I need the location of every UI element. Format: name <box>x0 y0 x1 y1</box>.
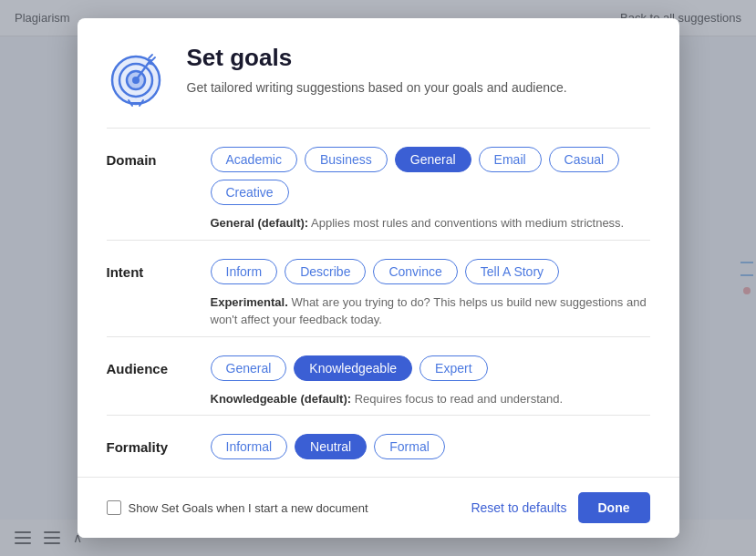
formality-content: Informal Neutral Formal <box>211 434 650 468</box>
set-goals-modal: Set goals Get tailored writing suggestio… <box>78 18 679 538</box>
pill-email[interactable]: Email <box>479 147 542 172</box>
audience-note: Knowledgeable (default): Requires focus … <box>211 390 650 408</box>
formality-pill-group: Informal Neutral Formal <box>211 434 650 459</box>
modal-overlay: Set goals Get tailored writing suggestio… <box>0 0 756 556</box>
pill-describe[interactable]: Describe <box>285 259 366 284</box>
formality-section: Formality Informal Neutral Formal <box>107 415 650 476</box>
modal-title: Set goals <box>187 44 650 72</box>
pill-creative[interactable]: Creative <box>211 180 289 205</box>
domain-content: Academic Business General Email Casual C… <box>211 147 650 232</box>
modal-title-area: Set goals Get tailored writing suggestio… <box>187 44 650 98</box>
pill-convince[interactable]: Convince <box>373 259 457 284</box>
pill-expert[interactable]: Expert <box>419 355 487 381</box>
audience-note-text: Requires focus to read and understand. <box>351 392 563 406</box>
checkbox-row: Show Set Goals when I start a new docume… <box>107 500 471 515</box>
done-button[interactable]: Done <box>578 492 650 523</box>
pill-audience-general[interactable]: General <box>211 355 287 381</box>
domain-note-text: Applies most rules and conventions with … <box>308 216 624 230</box>
domain-note-bold: General (default): <box>211 216 309 230</box>
pill-tell-a-story[interactable]: Tell A Story <box>465 259 559 284</box>
formality-label: Formality <box>107 434 189 455</box>
intent-note: Experimental. What are you trying to do?… <box>211 293 650 329</box>
target-icon <box>103 44 169 109</box>
pill-general[interactable]: General <box>395 147 471 172</box>
pill-inform[interactable]: Inform <box>211 259 278 284</box>
modal-footer: Show Set Goals when I start a new docume… <box>78 477 679 538</box>
show-goals-checkbox[interactable] <box>107 500 121 515</box>
intent-note-bold: Experimental. <box>211 295 288 309</box>
domain-pill-group: Academic Business General Email Casual C… <box>211 147 650 205</box>
modal-subtitle: Get tailored writing suggestions based o… <box>187 79 650 98</box>
footer-actions: Reset to defaults Done <box>471 492 649 523</box>
audience-label: Audience <box>107 355 189 376</box>
intent-label: Intent <box>107 259 189 280</box>
modal-body[interactable]: Domain Academic Business General Email C… <box>78 128 679 477</box>
pill-knowledgeable[interactable]: Knowledgeable <box>294 355 412 381</box>
pill-casual[interactable]: Casual <box>549 147 620 172</box>
intent-section: Intent Inform Describe Convince Tell A S… <box>107 240 650 336</box>
audience-content: General Knowledgeable Expert Knowledgeab… <box>211 355 650 408</box>
reset-button[interactable]: Reset to defaults <box>471 500 566 515</box>
intent-content: Inform Describe Convince Tell A Story Ex… <box>211 259 650 329</box>
audience-section: Audience General Knowledgeable Expert Kn… <box>107 336 650 416</box>
domain-note: General (default): Applies most rules an… <box>211 214 650 232</box>
pill-informal[interactable]: Informal <box>211 434 288 459</box>
audience-pill-group: General Knowledgeable Expert <box>211 355 650 381</box>
pill-academic[interactable]: Academic <box>211 147 297 172</box>
pill-business[interactable]: Business <box>305 147 388 172</box>
svg-line-8 <box>149 55 152 58</box>
audience-note-bold: Knowledgeable (default): <box>211 392 352 406</box>
modal-header: Set goals Get tailored writing suggestio… <box>78 18 679 128</box>
pill-formal[interactable]: Formal <box>374 434 445 459</box>
pill-neutral[interactable]: Neutral <box>295 434 367 459</box>
domain-section: Domain Academic Business General Email C… <box>107 128 650 240</box>
domain-label: Domain <box>107 147 189 168</box>
svg-line-9 <box>151 57 155 61</box>
checkbox-label: Show Set Goals when I start a new docume… <box>129 501 368 515</box>
intent-pill-group: Inform Describe Convince Tell A Story <box>211 259 650 284</box>
